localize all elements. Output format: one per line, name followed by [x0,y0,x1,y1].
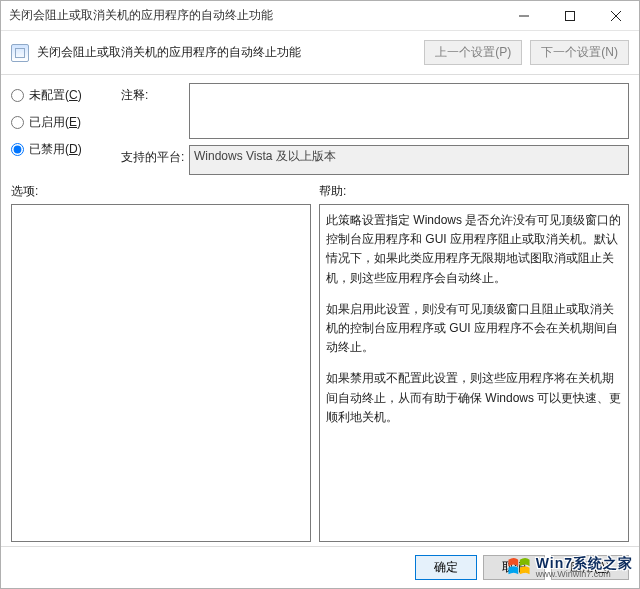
minimize-icon [519,11,529,21]
help-paragraph: 如果禁用或不配置此设置，则这些应用程序将在关机期间自动终止，从而有助于确保 Wi… [326,369,622,427]
radio-enabled-input[interactable] [11,116,24,129]
titlebar[interactable]: 关闭会阻止或取消关机的应用程序的自动终止功能 [1,1,639,31]
dialog-body: 未配置(C) 已启用(E) 已禁用(D) 注释: [1,75,639,546]
help-paragraph: 如果启用此设置，则没有可见顶级窗口且阻止或取消关机的控制台应用程序或 GUI 应… [326,300,622,358]
radio-disabled[interactable]: 已禁用(D) [11,141,109,158]
dialog-footer: 确定 取消 应用(A) Win7系统之家 www.Winwin7.com [1,546,639,588]
policy-icon [11,44,29,62]
svg-rect-1 [566,11,575,20]
state-radio-group: 未配置(C) 已启用(E) 已禁用(D) [11,83,109,175]
radio-enabled[interactable]: 已启用(E) [11,114,109,131]
help-panel: 此策略设置指定 Windows 是否允许没有可见顶级窗口的控制台应用程序和 GU… [319,204,629,542]
comment-label: 注释: [121,83,183,104]
comment-textarea[interactable] [189,83,629,139]
policy-title: 关闭会阻止或取消关机的应用程序的自动终止功能 [37,44,301,61]
ok-button[interactable]: 确定 [415,555,477,580]
minimize-button[interactable] [501,1,547,30]
help-label: 帮助: [319,183,346,200]
radio-not-configured[interactable]: 未配置(C) [11,87,109,104]
maximize-icon [565,11,575,21]
maximize-button[interactable] [547,1,593,30]
window-caption-buttons [501,1,639,30]
prev-setting-button[interactable]: 上一个设置(P) [424,40,522,65]
platform-label: 支持的平台: [121,145,183,166]
radio-disabled-input[interactable] [11,143,24,156]
cancel-button[interactable]: 取消 [483,555,545,580]
close-button[interactable] [593,1,639,30]
help-paragraph: 此策略设置指定 Windows 是否允许没有可见顶级窗口的控制台应用程序和 GU… [326,211,622,288]
dialog-window: 关闭会阻止或取消关机的应用程序的自动终止功能 关闭会阻止或取消关机的应用程序的自… [1,1,639,588]
apply-button[interactable]: 应用(A) [551,555,629,580]
options-panel [11,204,311,542]
subheader: 关闭会阻止或取消关机的应用程序的自动终止功能 上一个设置(P) 下一个设置(N) [1,31,639,75]
close-icon [611,11,621,21]
window-title: 关闭会阻止或取消关机的应用程序的自动终止功能 [9,7,273,24]
next-setting-button[interactable]: 下一个设置(N) [530,40,629,65]
platform-textbox: Windows Vista 及以上版本 [189,145,629,175]
radio-not-configured-input[interactable] [11,89,24,102]
options-label: 选项: [11,183,319,200]
